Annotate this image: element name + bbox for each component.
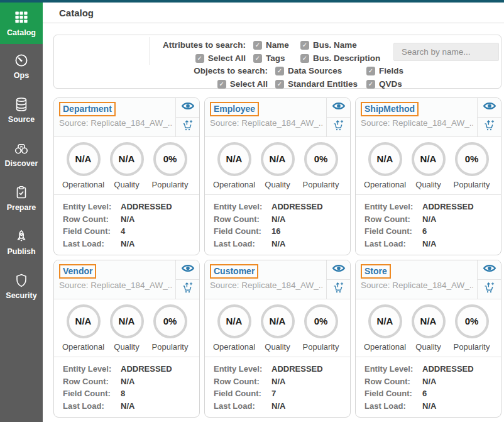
search-filter-panel: Attributes to search: ✓Name ✓Bus. Name ✓… bbox=[53, 35, 501, 89]
add-to-cart-button[interactable] bbox=[327, 118, 350, 136]
row-count-value: N/A bbox=[121, 375, 134, 388]
entity-details: Entity Level:ADDRESSED Row Count:N/A Fie… bbox=[205, 357, 350, 412]
checkbox-standard-entities[interactable]: ✓Standard Entities bbox=[268, 78, 359, 90]
add-to-cart-button[interactable] bbox=[327, 280, 350, 299]
add-to-cart-icon bbox=[332, 119, 344, 134]
last-load-value: N/A bbox=[121, 238, 134, 250]
entity-title-link[interactable]: Department bbox=[59, 102, 116, 116]
view-details-button[interactable] bbox=[176, 98, 199, 118]
last-load-value: N/A bbox=[121, 400, 134, 413]
quality-gauge: N/A bbox=[110, 142, 144, 176]
gauges: N/AOperational N/AQuality 0%Popularity bbox=[54, 137, 199, 189]
popularity-gauge: 0% bbox=[153, 304, 187, 338]
entity-details: Entity Level:ADDRESSED Row Count:N/A Fie… bbox=[205, 195, 350, 250]
add-to-cart-icon bbox=[332, 282, 344, 296]
checkbox-select-all-objects[interactable]: ✓Select All bbox=[54, 78, 268, 90]
checkbox-checked-icon[interactable]: ✓ bbox=[217, 80, 226, 89]
row-count-value: N/A bbox=[271, 375, 285, 388]
checkbox-fields[interactable]: ✓Fields bbox=[359, 65, 501, 77]
sidebar-item-label: Prepare bbox=[7, 203, 36, 212]
view-details-button[interactable] bbox=[478, 98, 501, 118]
view-details-button[interactable] bbox=[176, 260, 199, 280]
view-details-button[interactable] bbox=[327, 260, 350, 280]
sidebar-item-discover[interactable]: Discover bbox=[0, 132, 43, 176]
add-to-cart-button[interactable] bbox=[478, 118, 501, 136]
checkbox-checked-icon[interactable]: ✓ bbox=[300, 54, 309, 63]
gauge-icon bbox=[14, 53, 29, 68]
card-header: ShipMethod Source: Replicate_184_AW_... bbox=[356, 98, 501, 137]
add-to-cart-icon bbox=[483, 119, 495, 134]
gauges: N/AOperational N/AQuality 0%Popularity bbox=[356, 299, 501, 352]
add-to-cart-icon bbox=[182, 119, 194, 134]
entity-level-value: ADDRESSED bbox=[121, 363, 172, 375]
sidebar-item-label: Source bbox=[8, 115, 35, 124]
checkbox-checked-icon[interactable]: ✓ bbox=[366, 80, 375, 89]
database-icon bbox=[14, 97, 29, 112]
entity-title-link[interactable]: Employee bbox=[210, 102, 259, 116]
entity-card-department: Department Source: Replicate_184_AW_... … bbox=[53, 97, 200, 255]
add-to-cart-icon bbox=[483, 282, 495, 296]
popularity-gauge: 0% bbox=[304, 304, 338, 338]
panel-divider bbox=[150, 37, 150, 65]
entity-title-link[interactable]: Store bbox=[361, 264, 391, 279]
checkbox-checked-icon[interactable]: ✓ bbox=[195, 54, 204, 63]
sidebar-item-label: Security bbox=[6, 291, 36, 300]
search-input[interactable] bbox=[393, 43, 499, 61]
entity-source: Source: Replicate_184_AW_... bbox=[361, 118, 473, 128]
sidebar-item-catalog[interactable]: Catalog bbox=[0, 3, 43, 44]
entity-source: Source: Replicate_184_AW_... bbox=[210, 280, 322, 290]
shield-icon bbox=[14, 273, 29, 288]
checkbox-checked-icon[interactable]: ✓ bbox=[253, 41, 262, 50]
view-details-button[interactable] bbox=[478, 260, 501, 280]
entity-source: Source: Replicate_184_AW_... bbox=[59, 118, 172, 128]
objects-filter-group: Objects to search: ✓Data Sources ✓Fields… bbox=[54, 65, 501, 90]
field-count-value: 16 bbox=[271, 225, 280, 238]
field-count-value: 6 bbox=[422, 225, 427, 238]
popularity-gauge: 0% bbox=[153, 142, 187, 176]
eye-icon bbox=[181, 264, 195, 275]
checkbox-checked-icon[interactable]: ✓ bbox=[366, 67, 375, 75]
sidebar-item-label: Publish bbox=[7, 247, 35, 256]
entity-card-customer: Customer Source: Replicate_184_AW_... N/… bbox=[204, 260, 351, 418]
entity-level-value: ADDRESSED bbox=[271, 201, 323, 213]
eye-icon bbox=[332, 264, 346, 275]
sidebar-item-security[interactable]: Security bbox=[0, 264, 43, 308]
entity-source: Source: Replicate_184_AW_... bbox=[361, 280, 473, 290]
page-title: Catalog bbox=[43, 8, 94, 18]
sidebar-item-prepare[interactable]: Prepare bbox=[0, 176, 43, 220]
last-load-value: N/A bbox=[271, 400, 285, 413]
binoculars-icon bbox=[13, 141, 30, 156]
entity-details: Entity Level:ADDRESSED Row Count:N/A Fie… bbox=[54, 195, 199, 250]
operational-gauge: N/A bbox=[368, 142, 402, 176]
checkbox-checked-icon[interactable]: ✓ bbox=[275, 67, 284, 75]
entity-card-shipmethod: ShipMethod Source: Replicate_184_AW_... … bbox=[355, 97, 501, 255]
sidebar-item-source[interactable]: Source bbox=[0, 88, 43, 132]
entity-level-value: ADDRESSED bbox=[271, 363, 323, 375]
checkbox-name[interactable]: ✓Name bbox=[246, 39, 293, 51]
sidebar-item-publish[interactable]: Publish bbox=[0, 220, 43, 264]
checkbox-checked-icon[interactable]: ✓ bbox=[275, 80, 284, 89]
checkbox-qvds[interactable]: ✓QVDs bbox=[359, 78, 501, 90]
card-header: Vendor Source: Replicate_184_AW_... bbox=[54, 260, 199, 299]
eye-icon bbox=[483, 264, 496, 275]
entity-title-link[interactable]: Customer bbox=[210, 264, 258, 279]
entity-title-link[interactable]: ShipMethod bbox=[361, 102, 419, 116]
sidebar: Catalog Ops Source bbox=[0, 3, 43, 422]
add-to-cart-button[interactable] bbox=[176, 280, 199, 299]
checkbox-tags[interactable]: ✓Tags bbox=[246, 52, 293, 64]
sidebar-item-ops[interactable]: Ops bbox=[0, 44, 43, 88]
eye-icon bbox=[181, 101, 195, 113]
add-to-cart-button[interactable] bbox=[176, 118, 199, 136]
entity-title-link[interactable]: Vendor bbox=[59, 264, 96, 279]
entity-source: Source: Replicate_184_AW_... bbox=[210, 118, 322, 128]
card-header: Employee Source: Replicate_184_AW_... bbox=[205, 98, 350, 137]
sidebar-item-label: Catalog bbox=[7, 28, 36, 37]
view-details-button[interactable] bbox=[327, 98, 350, 118]
checkbox-checked-icon[interactable]: ✓ bbox=[300, 41, 309, 50]
add-to-cart-icon bbox=[182, 282, 194, 296]
checkbox-checked-icon[interactable]: ✓ bbox=[253, 54, 262, 63]
add-to-cart-button[interactable] bbox=[478, 280, 501, 299]
gauges: N/AOperational N/AQuality 0%Popularity bbox=[205, 299, 350, 352]
checkbox-data-sources[interactable]: ✓Data Sources bbox=[268, 65, 359, 77]
last-load-value: N/A bbox=[422, 400, 436, 413]
